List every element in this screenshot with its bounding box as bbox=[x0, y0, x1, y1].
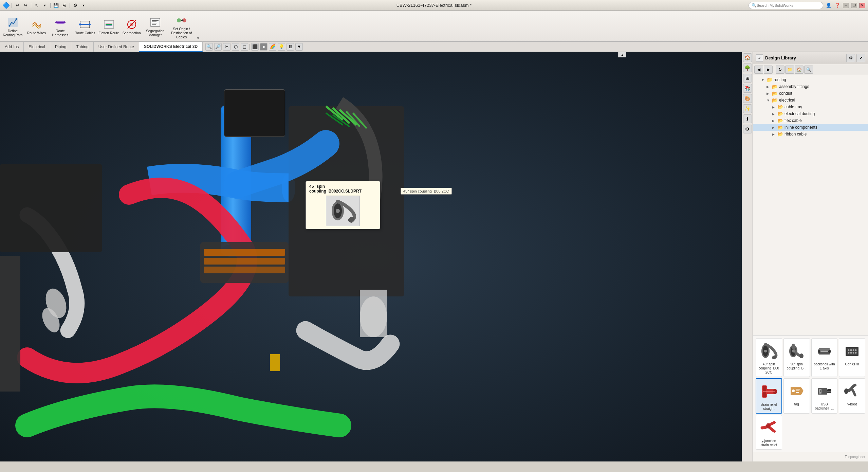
view-tool-2[interactable]: 🔎 bbox=[214, 43, 222, 51]
tree-item-electrical[interactable]: ▼ 📂 electrical bbox=[753, 97, 868, 104]
redo-btn[interactable]: ↪ bbox=[22, 2, 29, 9]
view-tool-3[interactable]: ✂ bbox=[223, 43, 230, 51]
side-icon-grid[interactable]: ⊞ bbox=[743, 74, 752, 83]
route-harnesses-btn[interactable]: Route Harnesses bbox=[48, 12, 73, 41]
tooltip-image bbox=[326, 196, 360, 226]
route-wires-btn[interactable]: Route Wires bbox=[25, 12, 48, 41]
side-icon-tree[interactable]: 🌳 bbox=[743, 63, 752, 72]
thumb-45-spin-coupling[interactable]: 45° spin coupling_B00 2CC bbox=[756, 338, 782, 377]
save-btn[interactable]: 💾 bbox=[53, 2, 59, 9]
close-btn[interactable]: ✕ bbox=[859, 3, 865, 8]
set-origin-destination-btn[interactable]: Set Origin / Destination of Cables bbox=[168, 12, 195, 41]
ed-folder: 📂 bbox=[777, 111, 783, 116]
side-icon-render[interactable]: ✨ bbox=[743, 104, 752, 113]
thumb-usb-backshell[interactable]: USB backshell_... bbox=[811, 378, 838, 414]
tree-item-elec-ducting[interactable]: ▶ 📂 electrical ducting bbox=[753, 110, 868, 117]
svg-rect-33 bbox=[200, 242, 289, 283]
view-tool-9[interactable]: 💡 bbox=[278, 43, 285, 51]
thumb-strain-relief-straight[interactable]: strain relief straight bbox=[756, 378, 782, 414]
cursor-btn[interactable]: ↖ bbox=[33, 2, 40, 9]
tree-item-flex-cable[interactable]: ▶ 📂 flex cable bbox=[753, 117, 868, 124]
thumb-icon-usb-backshell bbox=[814, 381, 834, 401]
dl-forward-btn[interactable]: ▶ bbox=[764, 66, 773, 74]
segregation-manager-btn[interactable]: Segregation Manager bbox=[143, 12, 168, 41]
side-icon-extra[interactable]: ⚙ bbox=[743, 125, 752, 133]
side-icon-layers[interactable]: 📚 bbox=[743, 84, 752, 93]
tab-piping[interactable]: Piping bbox=[50, 42, 71, 52]
tree-item-routing[interactable]: ▼ 📁 routing bbox=[753, 76, 868, 83]
tab-tubing[interactable]: Tubing bbox=[71, 42, 93, 52]
tab-user-defined-route[interactable]: User Defined Route bbox=[94, 42, 139, 52]
restore-btn[interactable]: ❐ bbox=[851, 3, 857, 8]
svg-line-16 bbox=[128, 20, 136, 29]
ribbon-more[interactable]: ▼ bbox=[195, 12, 201, 41]
thumb-con-8pin[interactable]: Con 8Pin bbox=[839, 338, 865, 377]
view-tool-7[interactable]: ● bbox=[260, 43, 267, 51]
view-tool-1[interactable]: 🔍 bbox=[205, 43, 213, 51]
segregation-btn[interactable]: Segregation bbox=[121, 12, 143, 41]
viewport-3d[interactable]: 45° spin coupling_B002CC.SLDPRT 45° spin… bbox=[0, 52, 742, 461]
thumb-backshell[interactable]: backshell with 1 axis bbox=[811, 338, 838, 377]
more-btn[interactable]: ▼ bbox=[80, 2, 87, 9]
search-mysw[interactable]: 🔍 bbox=[749, 2, 823, 9]
thumb-90-spin-coupling[interactable]: 90° spin coupling_B... bbox=[783, 338, 810, 377]
dl-refresh-btn[interactable]: ↻ bbox=[776, 66, 784, 74]
flatten-route-btn[interactable]: Flatten Route bbox=[97, 12, 121, 41]
tree-item-ribbon-cable[interactable]: ▶ 📂 ribbon cable bbox=[753, 131, 868, 138]
tab-solidworks-electrical-3d[interactable]: SOLIDWORKS Electrical 3D bbox=[139, 42, 203, 52]
settings-btn[interactable]: ⚙ bbox=[72, 2, 79, 9]
route-cables-icon bbox=[79, 18, 91, 31]
define-routing-path-btn[interactable]: Define Routing Path bbox=[0, 12, 25, 41]
panel-collapse-btn[interactable]: « bbox=[756, 54, 763, 62]
segregation-label: Segregation bbox=[123, 31, 141, 35]
undo-btn[interactable]: ↩ bbox=[14, 2, 21, 9]
side-icon-info[interactable]: ℹ bbox=[743, 114, 752, 123]
tooltip-image-area bbox=[309, 196, 376, 226]
tree-item-cable-tray[interactable]: ▶ 📂 cable tray bbox=[753, 104, 868, 110]
dl-add-location-btn[interactable]: 📁 bbox=[785, 66, 794, 74]
thumb-y-boot[interactable]: y-boot bbox=[839, 378, 865, 414]
svg-point-54 bbox=[761, 344, 770, 358]
thumb-tag[interactable]: tag bbox=[783, 378, 810, 414]
svg-point-59 bbox=[791, 346, 796, 356]
tree-item-inline-components[interactable]: ▶ 📂 inline components bbox=[753, 124, 868, 131]
dl-back-btn[interactable]: ◀ bbox=[754, 66, 763, 74]
thumb-y-junction-strain-relief[interactable]: y-junction strain relief bbox=[756, 415, 782, 450]
tab-electrical[interactable]: Electrical bbox=[24, 42, 50, 52]
dropdown-arrow[interactable]: ▼ bbox=[41, 2, 48, 9]
svg-point-40 bbox=[360, 296, 387, 337]
dl-settings-btn[interactable]: ⚙ bbox=[846, 54, 855, 62]
view-tool-5[interactable]: ◻ bbox=[241, 43, 248, 51]
view-tool-11[interactable]: ▼ bbox=[295, 43, 303, 51]
svg-point-74 bbox=[850, 352, 852, 353]
dl-search-btn[interactable]: 🔍 bbox=[804, 66, 813, 74]
minimize-btn[interactable]: ─ bbox=[843, 3, 849, 8]
view-tool-4[interactable]: ⬡ bbox=[232, 43, 239, 51]
dl-home-btn[interactable]: 🏠 bbox=[795, 66, 804, 74]
tree-item-conduit[interactable]: ▶ 📂 conduit bbox=[753, 90, 868, 97]
dl-expand-btn[interactable]: ↗ bbox=[856, 54, 865, 62]
svg-point-50 bbox=[332, 201, 344, 220]
ic-arrow: ▶ bbox=[772, 126, 777, 129]
view-tool-8[interactable]: 🌈 bbox=[269, 43, 276, 51]
search-mysw-input[interactable] bbox=[757, 3, 811, 7]
help-btn[interactable]: ❓ bbox=[834, 2, 841, 9]
elec-arrow: ▼ bbox=[767, 98, 772, 102]
view-tool-6[interactable]: ⬛ bbox=[251, 43, 259, 51]
routing-arrow: ▼ bbox=[761, 78, 767, 82]
scroll-up-btn[interactable]: ▲ bbox=[618, 52, 626, 57]
tab-bar: Add-Ins Electrical Piping Tubing User De… bbox=[0, 42, 868, 52]
viewport-cables-svg bbox=[0, 52, 742, 461]
conduit-folder-icon: 📂 bbox=[772, 91, 778, 96]
flatten-route-icon bbox=[103, 18, 115, 31]
svg-point-17 bbox=[130, 23, 133, 26]
svg-rect-89 bbox=[827, 389, 831, 393]
view-tool-10[interactable]: 🖥 bbox=[287, 43, 294, 51]
route-cables-btn[interactable]: Route Cables bbox=[73, 12, 97, 41]
account-btn[interactable]: 👤 bbox=[825, 2, 832, 9]
tab-add-ins[interactable]: Add-Ins bbox=[0, 42, 24, 52]
print-btn[interactable]: 🖨 bbox=[61, 2, 68, 9]
tree-item-assembly-fittings[interactable]: ▶ 📂 assembly fittings bbox=[753, 83, 868, 90]
side-icon-home[interactable]: 🏠 bbox=[743, 53, 752, 62]
side-icon-color[interactable]: 🎨 bbox=[743, 94, 752, 103]
